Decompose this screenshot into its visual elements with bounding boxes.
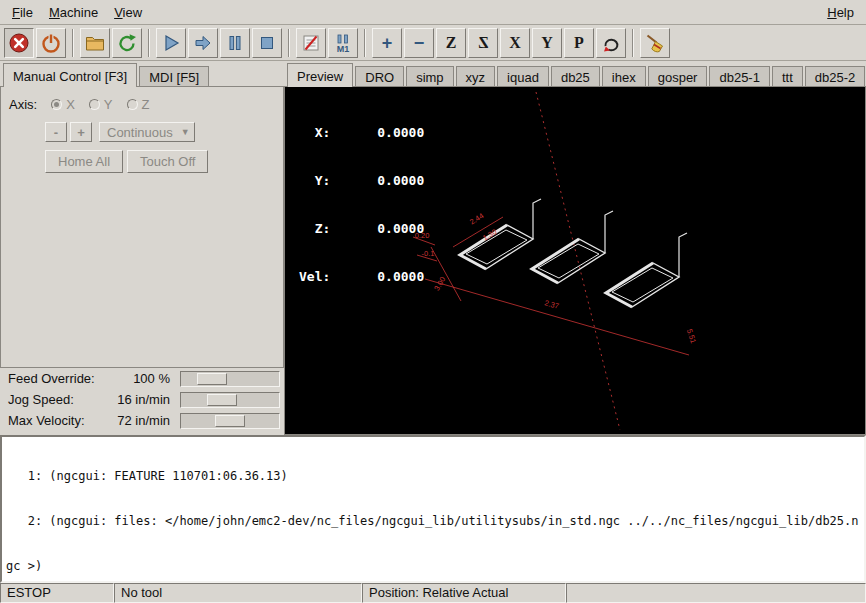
tab-db25[interactable]: db25 [551, 66, 600, 86]
power-icon [40, 32, 62, 54]
view-y-button[interactable]: Y [532, 28, 562, 58]
view-perspective-button[interactable]: P [564, 28, 594, 58]
jog-plus-button[interactable]: + [70, 122, 92, 142]
slider-handle[interactable] [215, 415, 245, 427]
optional-stop-icon: M1 [332, 32, 354, 54]
status-spacer [566, 583, 866, 603]
toolbar-separator [632, 29, 634, 57]
dimension-label: 3.00 [432, 275, 447, 292]
gcode-line[interactable]: 1: (ngcgui: FEATURE 110701:06.36.13) [6, 469, 860, 484]
menu-machine[interactable]: Machine [41, 2, 106, 23]
tab-gosper[interactable]: gosper [648, 66, 708, 86]
preview-canvas[interactable]: 2.44 1.30 0.20 -0.1 3.00 2.37 5.51 X: 0.… [284, 86, 866, 435]
block-delete-button[interactable] [296, 28, 326, 58]
axis-x-radio[interactable]: X [51, 97, 75, 112]
menu-file[interactable]: File [4, 2, 41, 23]
toolbar-separator [148, 29, 150, 57]
play-icon [160, 32, 182, 54]
jog-speed-slider[interactable] [180, 392, 280, 408]
jog-row: - + Continuous ▼ [45, 122, 283, 142]
tab-xyz[interactable]: xyz [456, 66, 496, 86]
tab-mdi[interactable]: MDI [F5] [139, 66, 209, 86]
gcode-listing[interactable]: 1: (ngcgui: FEATURE 110701:06.36.13) 2: … [0, 435, 866, 583]
readout-x: X: 0.0000 [299, 125, 424, 141]
view-z-button[interactable]: Z [436, 28, 466, 58]
tab-db25-1[interactable]: db25-1 [709, 66, 769, 86]
jog-minus-button[interactable]: - [45, 122, 67, 142]
touch-off-button[interactable]: Touch Off [127, 150, 208, 173]
status-position-mode: Position: Relative Actual [362, 583, 566, 603]
pause-button[interactable] [220, 28, 250, 58]
axis-y-radio[interactable]: Y [89, 97, 113, 112]
slider-handle[interactable] [197, 373, 227, 385]
status-machine-state: ESTOP [0, 583, 114, 603]
chevron-down-icon: ▼ [181, 127, 190, 137]
menu-view[interactable]: View [106, 2, 150, 23]
tab-simp[interactable]: simp [406, 66, 453, 86]
tab-db25-2[interactable]: db25-2 [805, 66, 865, 86]
preview-column: Preview DRO simp xyz iquad db25 ihex gos… [284, 61, 866, 435]
tab-dro[interactable]: DRO [355, 66, 404, 86]
block-delete-icon [300, 32, 322, 54]
feed-override-slider[interactable] [180, 371, 280, 387]
max-velocity-row: Max Velocity: 72 in/min [0, 410, 284, 431]
feed-override-label: Feed Override: [8, 371, 108, 386]
axis-z-radio[interactable]: Z [127, 97, 150, 112]
run-button[interactable] [156, 28, 186, 58]
feed-override-value: 100 % [108, 371, 180, 386]
jog-speed-label: Jog Speed: [8, 392, 108, 407]
slider-handle[interactable] [207, 394, 237, 406]
status-tool: No tool [114, 583, 362, 603]
jog-increment-value: Continuous [107, 125, 173, 140]
pause-icon [224, 32, 246, 54]
toolbar: M1 + − Z Z X Y P [0, 25, 866, 61]
max-velocity-slider[interactable] [180, 413, 280, 429]
toolbar-separator [364, 29, 366, 57]
zoom-out-button[interactable]: − [404, 28, 434, 58]
tab-ihex[interactable]: ihex [602, 66, 646, 86]
tab-iquad[interactable]: iquad [497, 66, 549, 86]
menu-bar: File Machine View Help [0, 0, 866, 25]
open-file-button[interactable] [80, 28, 110, 58]
toolpath-parts [460, 199, 687, 307]
step-arrow-icon [192, 32, 214, 54]
dimension-label: 2.37 [543, 298, 560, 311]
readout-y: Y: 0.0000 [299, 173, 424, 189]
view-z-icon: Z [446, 35, 457, 51]
jog-speed-value: 16 in/min [108, 392, 180, 407]
axis-z-label: Z [142, 97, 150, 112]
dimension-labels: 2.44 1.30 0.20 -0.1 3.00 2.37 5.51 [415, 211, 698, 344]
zoom-in-button[interactable]: + [372, 28, 402, 58]
gcode-line[interactable]: gc >) [6, 559, 860, 574]
rotate-view-button[interactable] [596, 28, 626, 58]
toolbar-separator [72, 29, 74, 57]
override-sliders: Feed Override: 100 % Jog Speed: 16 in/mi… [0, 368, 284, 431]
view-x-icon: X [509, 35, 521, 51]
toolbar-separator [288, 29, 290, 57]
home-row: Home All Touch Off [45, 150, 283, 173]
view-x-button[interactable]: X [500, 28, 530, 58]
manual-control-panel: Axis: X Y Z - + Continuous ▼ Home All [0, 86, 284, 368]
optional-stop-button[interactable]: M1 [328, 28, 358, 58]
axis-x-label: X [66, 97, 75, 112]
home-all-button[interactable]: Home All [45, 150, 123, 173]
reload-button[interactable] [112, 28, 142, 58]
gcode-line[interactable]: 2: (ngcgui: files: </home/john/emc2-dev/… [6, 514, 860, 529]
view-z-back-button[interactable]: Z [468, 28, 498, 58]
axis-label: Axis: [9, 97, 37, 112]
radio-indicator [127, 99, 138, 110]
tab-manual-control[interactable]: Manual Control [F3] [3, 63, 137, 87]
step-button[interactable] [188, 28, 218, 58]
view-perspective-icon: P [574, 35, 584, 51]
machine-power-button[interactable] [36, 28, 66, 58]
status-bar: ESTOP No tool Position: Relative Actual [0, 583, 866, 603]
jog-increment-dropdown[interactable]: Continuous ▼ [99, 122, 195, 142]
tab-ttt[interactable]: ttt [772, 66, 803, 86]
reload-icon [116, 32, 138, 54]
clear-plot-button[interactable] [640, 28, 670, 58]
stop-button[interactable] [252, 28, 282, 58]
estop-button[interactable] [4, 28, 34, 58]
menu-help[interactable]: Help [819, 2, 862, 23]
tab-preview[interactable]: Preview [287, 63, 353, 87]
axis-y-label: Y [104, 97, 113, 112]
